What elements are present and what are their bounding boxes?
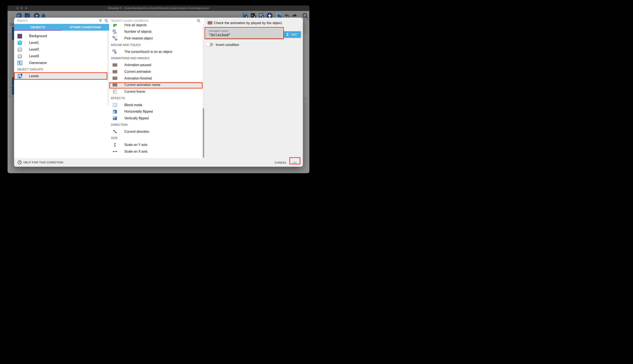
object-group-icon bbox=[17, 74, 23, 79]
vertical-arrow-icon bbox=[113, 142, 117, 147]
expression-editor-button[interactable]: Σ "ABC" bbox=[283, 31, 301, 38]
group-row-levels[interactable]: Levels bbox=[14, 72, 109, 80]
object-row-level2[interactable]: Level2 bbox=[14, 46, 109, 53]
screenshot-stage: GDevelop 5 - /Users/dkarakay/Documents/G… bbox=[0, 0, 316, 182]
objects-search-input[interactable]: Search bbox=[14, 18, 109, 24]
conditions-section-header: DIRECTION bbox=[111, 122, 201, 128]
ok-button[interactable]: OK bbox=[291, 159, 299, 166]
condition-row-blend-mode[interactable]: Blend mode bbox=[109, 102, 203, 108]
invert-condition-label: Invert condition bbox=[216, 41, 239, 48]
conditions-section-header: ANIMATIONS AND IMAGES bbox=[111, 55, 201, 62]
condition-row-current-frame[interactable]: Current frame bbox=[109, 88, 203, 95]
blend-mode-icon bbox=[113, 102, 117, 107]
conditions-search-placeholder: Search Levels conditions bbox=[111, 18, 148, 24]
search-icon bbox=[197, 19, 201, 23]
background-add-button-text: dd... bbox=[303, 98, 309, 102]
condition-row-current-animation-name[interactable]: Current animation name bbox=[109, 82, 203, 88]
titlebar: GDevelop 5 - /Users/dkarakay/Documents/G… bbox=[8, 6, 309, 11]
condition-row-pick-nearest-object[interactable]: ? Pick nearest object bbox=[109, 35, 203, 42]
background-swatch-icon bbox=[17, 34, 23, 39]
flip-horizontal-icon bbox=[113, 109, 117, 114]
condition-row-horizontally-flipped[interactable]: Horizontally flipped bbox=[109, 108, 203, 115]
svg-text:?: ? bbox=[115, 36, 117, 38]
tab-objects[interactable]: OBJECTS bbox=[14, 24, 62, 30]
level1-badge-icon: 1 bbox=[17, 40, 23, 46]
conditions-section-header: SIZE bbox=[111, 135, 201, 142]
film-icon bbox=[113, 76, 117, 81]
invert-condition-toggle[interactable] bbox=[206, 41, 215, 48]
animation-name-label: Animation name bbox=[209, 29, 228, 32]
animation-name-value: "Unlocked" bbox=[209, 33, 231, 37]
condition-row-scale-on-y-axis[interactable]: Scale on Y axis bbox=[109, 142, 203, 148]
horizontal-arrow-icon bbox=[113, 149, 117, 154]
pick-all-objects-icon bbox=[113, 24, 117, 28]
help-label: HELP FOR THIS CONDITION bbox=[24, 161, 63, 164]
objects-search-placeholder: Search bbox=[17, 18, 28, 24]
frame-document-icon bbox=[113, 89, 117, 94]
condition-source-tabs: OBJECTS OTHER CONDITIONS bbox=[14, 24, 109, 30]
event-block bbox=[12, 27, 14, 40]
pick-nearest-object-icon: ? bbox=[113, 36, 117, 41]
object-row-background[interactable]: Background bbox=[14, 33, 109, 40]
objects-list-scrollbar[interactable] bbox=[107, 32, 109, 106]
film-icon bbox=[208, 20, 212, 25]
cursor-on-object-icon bbox=[113, 49, 117, 54]
dialog-footer: ? HELP FOR THIS CONDITION CANCEL OK bbox=[14, 158, 303, 167]
search-icon bbox=[104, 19, 109, 23]
tab-other-conditions[interactable]: OTHER CONDITIONS bbox=[62, 24, 109, 30]
help-for-condition-button[interactable]: ? HELP FOR THIS CONDITION bbox=[18, 160, 63, 164]
condition-row-current-direction[interactable]: Current direction bbox=[109, 128, 203, 135]
background-scene-tab-label: Sta bbox=[9, 22, 15, 27]
condition-row-current-animation[interactable]: Current animation bbox=[109, 68, 203, 75]
event-block bbox=[12, 86, 14, 95]
text-object-icon: Tx bbox=[17, 60, 23, 66]
locked-badge-icon bbox=[17, 54, 23, 59]
svg-text:?: ? bbox=[19, 161, 20, 164]
diagonal-arrow-icon bbox=[113, 129, 117, 134]
film-icon bbox=[113, 62, 117, 67]
number-of-objects-icon: x? bbox=[113, 29, 117, 34]
condition-chooser-dialog: Search OBJECTS OTHER CONDITIONS Backgrou… bbox=[14, 18, 303, 167]
conditions-search-input[interactable]: Search Levels conditions bbox=[109, 18, 203, 24]
conditions-list: Pick all objects x? Number of objects ? … bbox=[109, 24, 203, 158]
active-tab-indicator bbox=[14, 30, 62, 31]
events-bracket-line bbox=[10, 97, 12, 97]
object-groups-header: OBJECT GROUPS bbox=[17, 66, 105, 72]
svg-text:x: x bbox=[114, 32, 115, 34]
filter-icon[interactable] bbox=[99, 19, 102, 23]
svg-text:1: 1 bbox=[19, 41, 21, 44]
condition-row-animation-paused[interactable]: Animation paused bbox=[109, 62, 203, 68]
film-icon bbox=[113, 69, 117, 74]
condition-config-content: Check the animation by played by the obj… bbox=[204, 18, 303, 158]
condition-row-vertically-flipped[interactable]: Vertically flipped bbox=[109, 115, 203, 122]
flip-vertical-icon bbox=[113, 116, 117, 120]
condition-description: Check the animation by played by the obj… bbox=[206, 20, 301, 26]
object-row-gamename[interactable]: Tx Gamename bbox=[14, 60, 109, 66]
condition-row-scale-on-x-axis[interactable]: Scale on X axis bbox=[109, 148, 203, 155]
conditions-section-header: EFFECTS bbox=[111, 95, 201, 102]
object-row-level1[interactable]: 1 Level1 bbox=[14, 40, 109, 46]
condition-row-the-cursor-touch-is-on-an-object[interactable]: The cursor/touch is on an object bbox=[109, 48, 203, 55]
condition-row-number-of-objects[interactable]: x? Number of objects bbox=[109, 28, 203, 35]
event-block bbox=[12, 77, 14, 86]
background-objects-panel bbox=[303, 34, 307, 98]
locked-badge-icon bbox=[17, 47, 23, 52]
object-row-level3[interactable]: Level3 bbox=[14, 53, 109, 60]
svg-text:T: T bbox=[18, 61, 20, 64]
animation-name-field[interactable]: Animation name "Unlocked" bbox=[206, 28, 282, 39]
condition-row-animation-finished[interactable]: Animation finished bbox=[109, 75, 203, 82]
window-title: GDevelop 5 - /Users/dkarakay/Documents/G… bbox=[8, 6, 309, 11]
abc-string-label: "ABC" bbox=[290, 33, 298, 36]
cancel-button[interactable]: CANCEL bbox=[273, 159, 289, 166]
condition-row-pick-all-objects[interactable]: Pick all objects bbox=[109, 24, 203, 28]
conditions-section-header: MOUSE AND TOUCH bbox=[111, 42, 201, 48]
events-bracket-line bbox=[10, 34, 10, 97]
search-icon[interactable] bbox=[302, 12, 308, 19]
sigma-icon: Σ bbox=[286, 32, 289, 37]
help-icon: ? bbox=[18, 160, 22, 164]
toggle-knob bbox=[206, 42, 210, 47]
film-icon bbox=[113, 82, 117, 88]
svg-text:x: x bbox=[20, 63, 22, 65]
svg-text:?: ? bbox=[115, 32, 117, 34]
